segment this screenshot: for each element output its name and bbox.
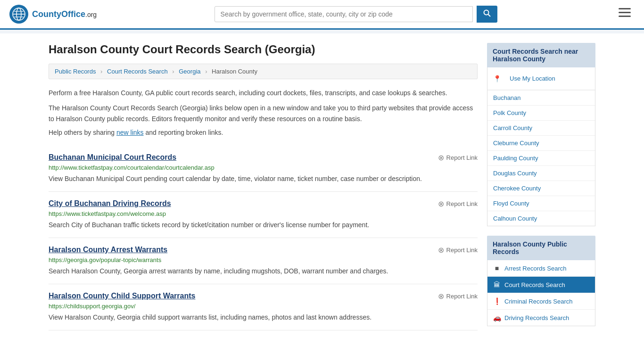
- nearby-item-7: Floyd County: [487, 196, 595, 211]
- result-item-0: Buchanan Municipal Court Records ⊗ Repor…: [49, 146, 478, 192]
- public-records-header: Haralson County Public Records: [487, 236, 595, 260]
- report-link-3[interactable]: ⊗ Report Link: [438, 292, 478, 301]
- main-container: Haralson County Court Records Search (Ge…: [39, 33, 605, 345]
- breadcrumb-court-records[interactable]: Court Records Search: [107, 68, 168, 75]
- site-header: CountyOffice.org: [0, 0, 644, 30]
- public-records-section: Haralson County Public Records ■ Arrest …: [487, 236, 595, 326]
- intro-paragraph-2: The Haralson County Court Records Search…: [49, 103, 478, 124]
- use-location-link[interactable]: Use My Location: [504, 71, 561, 86]
- menu-button[interactable]: [615, 6, 635, 22]
- nearby-item-4: Paulding County: [487, 151, 595, 166]
- nav-accent-bar: [0, 30, 644, 33]
- report-link-2[interactable]: ⊗ Report Link: [438, 246, 478, 255]
- arrest-icon: ■: [493, 264, 501, 272]
- location-icon: 📍: [493, 75, 501, 82]
- nearby-item-1: Polk County: [487, 106, 595, 121]
- svg-rect-8: [619, 8, 631, 9]
- sidebar: Court Records Search near Haralson Count…: [487, 43, 595, 336]
- breadcrumb: Public Records › Court Records Search › …: [49, 64, 478, 79]
- pub-record-item-1: 🏛 Court Records Search: [487, 277, 595, 293]
- result-desc-2: Search Haralson County, Georgia arrest w…: [49, 266, 478, 276]
- pub-record-item-0: ■ Arrest Records Search: [487, 260, 595, 277]
- nearby-item-2: Carroll County: [487, 121, 595, 136]
- report-link-1[interactable]: ⊗ Report Link: [438, 199, 478, 208]
- nearby-item-8: Calhoun County: [487, 211, 595, 226]
- result-desc-0: View Buchanan Municipal Court pending co…: [49, 174, 478, 184]
- result-desc-1: Search City of Buchanan traffic tickets …: [49, 220, 478, 230]
- results-list: Buchanan Municipal Court Records ⊗ Repor…: [49, 146, 478, 330]
- result-url-0[interactable]: http://www.ticketfastpay.com/courtcalend…: [49, 164, 478, 171]
- svg-line-7: [488, 15, 490, 17]
- new-links-note: Help others by sharing new links and rep…: [49, 129, 478, 136]
- breadcrumb-georgia[interactable]: Georgia: [179, 68, 200, 75]
- svg-point-6: [484, 10, 488, 15]
- criminal-icon: ❗: [493, 297, 501, 305]
- public-records-list: ■ Arrest Records Search 🏛 Court Records …: [487, 260, 595, 326]
- content-area: Haralson County Court Records Search (Ge…: [49, 43, 478, 336]
- use-location-item: 📍 Use My Location: [487, 67, 595, 90]
- result-item-1: City of Buchanan Driving Records ⊗ Repor…: [49, 192, 478, 238]
- breadcrumb-public-records[interactable]: Public Records: [55, 68, 96, 75]
- nearby-item-3: Cleburne County: [487, 136, 595, 151]
- page-title: Haralson County Court Records Search (Ge…: [49, 43, 478, 56]
- svg-rect-10: [619, 16, 631, 17]
- pub-record-item-2: ❗ Criminal Records Search: [487, 293, 595, 310]
- svg-rect-9: [619, 12, 631, 13]
- result-title-0: Buchanan Municipal Court Records: [49, 153, 176, 162]
- search-area: [215, 6, 497, 23]
- search-input[interactable]: [215, 6, 473, 22]
- breadcrumb-current: Haralson County: [212, 68, 257, 75]
- result-title-2: Haralson County Arrest Warrants: [49, 246, 167, 254]
- result-title-1: City of Buchanan Driving Records: [49, 199, 171, 208]
- driving-icon: 🚗: [493, 314, 501, 321]
- nearby-item-6: Cherokee County: [487, 181, 595, 196]
- result-item-3: Haralson County Child Support Warrants ⊗…: [49, 284, 478, 330]
- logo-text: CountyOffice.org: [32, 9, 97, 19]
- result-url-1[interactable]: https://www.ticketfastpay.com/welcome.as…: [49, 210, 478, 217]
- new-links-link[interactable]: new links: [116, 129, 144, 136]
- nearby-item-5: Douglas County: [487, 166, 595, 181]
- report-link-0[interactable]: ⊗ Report Link: [438, 153, 478, 162]
- intro-paragraph-1: Perform a free Haralson County, GA publi…: [49, 88, 478, 98]
- search-button[interactable]: [477, 6, 497, 23]
- result-url-2[interactable]: https://georgia.gov/popular-topic/warran…: [49, 256, 478, 263]
- result-url-3[interactable]: https://childsupport.georgia.gov/: [49, 303, 478, 310]
- report-icon-2: ⊗: [438, 246, 444, 255]
- result-title-3: Haralson County Child Support Warrants: [49, 292, 195, 300]
- nearby-section: Court Records Search near Haralson Count…: [487, 43, 595, 226]
- court-icon: 🏛: [493, 281, 501, 288]
- logo-area: CountyOffice.org: [9, 5, 97, 24]
- pub-record-item-3: 🚗 Driving Records Search: [487, 310, 595, 326]
- report-icon-1: ⊗: [438, 199, 444, 208]
- report-icon-3: ⊗: [438, 292, 444, 301]
- nearby-item-0: Buchanan: [487, 90, 595, 106]
- result-item-2: Haralson County Arrest Warrants ⊗ Report…: [49, 238, 478, 284]
- result-desc-3: View Haralson County, Georgia child supp…: [49, 313, 478, 322]
- logo-icon: [9, 5, 28, 24]
- nearby-header: Court Records Search near Haralson Count…: [487, 43, 595, 67]
- report-icon-0: ⊗: [438, 153, 444, 162]
- nearby-list: 📍 Use My Location Buchanan Polk County C…: [487, 67, 595, 226]
